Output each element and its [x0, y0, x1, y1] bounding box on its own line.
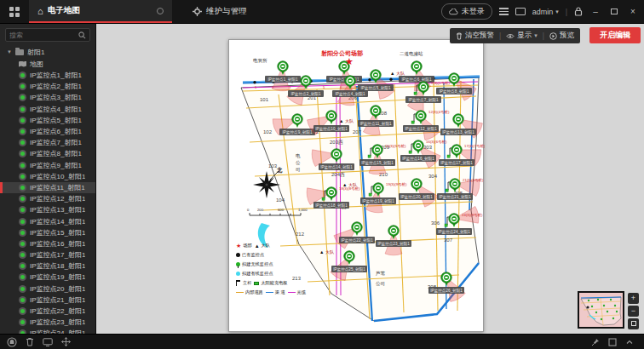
solar-panel-icon: [322, 197, 325, 200]
start-edit-button[interactable]: 开启编辑: [589, 27, 641, 43]
list-icon[interactable]: [499, 8, 509, 15]
camera-glyph: [415, 183, 417, 185]
camera-icon: [19, 83, 26, 90]
tree-item-map[interactable]: 地图: [0, 58, 95, 70]
tree-item-camera[interactable]: IP监控点23_射阳1: [0, 317, 95, 328]
solar-panel-icon: [447, 155, 450, 157]
screen-icon[interactable]: [515, 8, 526, 15]
tree-item-camera[interactable]: IP监控点19_射阳1: [0, 272, 95, 283]
restore-button[interactable]: [608, 7, 620, 16]
tree-item-camera[interactable]: IP监控点9_射阳1: [0, 160, 95, 171]
user-menu[interactable]: admin ▾: [532, 8, 559, 16]
statusbar-left: [7, 337, 71, 347]
pan-icon[interactable]: [61, 337, 71, 346]
zoom-out-button[interactable]: −: [628, 306, 639, 317]
pin-note: 18(3)(8号桩): [339, 186, 360, 191]
device-tree: ▼ 射阳1 地图 IP监控点1_射阳1IP监控点2_射阳1IP监控点3_射阳1I…: [0, 46, 95, 334]
zoom-in-button[interactable]: +: [628, 293, 639, 304]
camera-icon: [19, 173, 26, 180]
tree-item-camera[interactable]: IP监控点15_射阳1: [0, 227, 95, 238]
close-button[interactable]: ×: [627, 7, 639, 16]
legend-label: 立杆: [243, 280, 251, 286]
display-dropdown[interactable]: 显示 ▾: [506, 31, 538, 41]
tree-item-camera[interactable]: IP监控点17_射阳1: [0, 249, 95, 260]
clear-alarm-button[interactable]: 清空预警: [456, 31, 494, 41]
tree-item-camera[interactable]: IP监控点16_射阳1: [0, 238, 95, 249]
site-map[interactable]: 123456 101102103104201202203西204西205西206…: [228, 39, 484, 332]
camera-glyph: [374, 74, 377, 76]
tree-item-camera[interactable]: IP监控点4_射阳1: [0, 104, 95, 115]
collapse-icon[interactable]: [625, 339, 634, 345]
camera-glyph: [452, 218, 455, 220]
square-green-icon: [254, 282, 259, 285]
grid-icon: [9, 7, 20, 17]
svg-text:306: 306: [431, 220, 440, 226]
tree-item-camera[interactable]: IP监控点20_射阳1: [0, 283, 95, 295]
tree-item-camera[interactable]: IP监控点3_射阳1: [0, 92, 95, 103]
camera-glyph: [419, 115, 422, 117]
map-icon: [19, 61, 26, 67]
tree-item-camera[interactable]: IP监控点22_射阳1: [0, 306, 95, 317]
svg-text:1,000: 1,000: [298, 208, 308, 212]
eye-icon: [506, 33, 515, 39]
tree-item-camera[interactable]: IP监控点7_射阳1: [0, 137, 95, 148]
zoom-fit-button[interactable]: [628, 318, 639, 329]
svg-text:司: 司: [296, 167, 301, 172]
solar-panel-icon: [414, 92, 417, 94]
alarm-icon[interactable]: [7, 337, 17, 347]
tab-emap[interactable]: ⌂ 电子地图: [29, 0, 172, 23]
tree-item-label: IP监控点4_射阳1: [30, 105, 82, 114]
tree-item-label: IP监控点14_射阳1: [30, 217, 85, 226]
tree-item-camera[interactable]: IP监控点24_射阳1: [0, 328, 95, 334]
monitor-icon[interactable]: [43, 338, 53, 346]
lock-icon[interactable]: [574, 7, 583, 16]
window-icon[interactable]: [608, 338, 617, 346]
tree-item-camera[interactable]: IP监控点1_射阳1: [0, 70, 95, 81]
camera-icon: [19, 251, 26, 259]
minimize-button[interactable]: –: [589, 7, 601, 16]
play-icon: [549, 32, 557, 40]
tree-item-label: IP监控点19_射阳1: [30, 272, 85, 282]
tree-item-camera[interactable]: IP监控点6_射阳1: [0, 126, 95, 137]
tree-item-label: IP监控点17_射阳1: [30, 250, 85, 260]
tree-item-camera[interactable]: IP监控点12_射阳1: [0, 193, 95, 204]
legend-label: 已有监控点: [242, 252, 264, 258]
search-input[interactable]: [9, 31, 78, 39]
tree-item-label: IP监控点8_射阳1: [30, 149, 82, 158]
tree-item-camera[interactable]: IP监控点18_射阳1: [0, 260, 95, 272]
tree-item-camera[interactable]: IP监控点2_射阳1: [0, 81, 95, 92]
statusbar-right: [591, 338, 637, 346]
camera-icon: [19, 273, 26, 281]
camera-icon: [19, 139, 26, 146]
camera-glyph: [457, 118, 459, 120]
tree-item-camera[interactable]: IP监控点11_射阳1: [0, 182, 95, 193]
map-viewport[interactable]: 清空预警 | 显示 ▾ | 预览 开启编辑: [96, 24, 644, 334]
app-menu-button[interactable]: [0, 0, 29, 23]
tree-item-camera[interactable]: IP监控点5_射阳1: [0, 115, 95, 126]
tree-item-camera[interactable]: IP监控点14_射阳1: [0, 215, 95, 226]
tree-item-camera[interactable]: IP监控点10_射阳1: [0, 171, 95, 182]
trash-icon[interactable]: [26, 337, 34, 346]
map-toolbar: 清空预警 | 显示 ▾ | 预览: [450, 28, 580, 43]
tree-item-label: IP监控点9_射阳1: [30, 161, 82, 170]
tab-close-icon[interactable]: [157, 8, 164, 14]
dot-cyan-icon: [236, 272, 240, 276]
minimap[interactable]: [578, 291, 624, 329]
search-icon[interactable]: [78, 31, 86, 39]
tree-item-camera[interactable]: IP监控点8_射阳1: [0, 148, 95, 159]
tree-item-camera[interactable]: IP监控点13_射阳1: [0, 204, 95, 215]
trash-icon: [456, 32, 463, 40]
svg-text:公: 公: [296, 160, 301, 165]
svg-text:207: 207: [353, 129, 362, 134]
pin-note: 7(3)(1号桩): [431, 81, 450, 85]
camera-icon: [19, 218, 26, 226]
svg-text:212: 212: [296, 232, 305, 237]
pin-note: 15(3)(5号桩): [385, 144, 406, 148]
tree-item-camera[interactable]: IP监控点21_射阳1: [0, 295, 95, 306]
login-status-button[interactable]: 未登录: [441, 3, 492, 20]
pin-icon[interactable]: [591, 338, 600, 346]
tree-group[interactable]: ▼ 射阳1: [0, 46, 95, 58]
star-icon: ★: [236, 243, 241, 249]
tab-maintenance[interactable]: 维护与管理: [184, 0, 256, 23]
preview-button[interactable]: 预览: [549, 31, 574, 41]
